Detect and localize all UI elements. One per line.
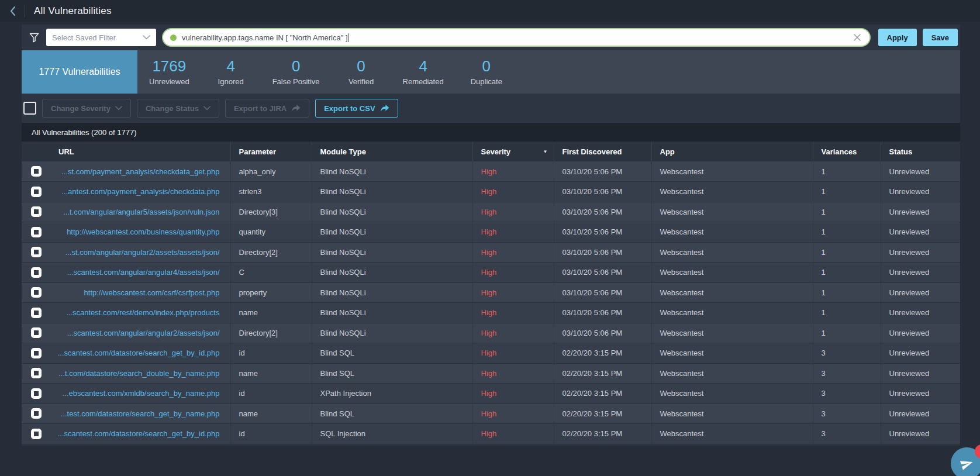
clear-filter-button[interactable]: [852, 32, 862, 43]
content-panel: Select Saved Filter vulnerability.app.ta…: [22, 25, 960, 446]
vulnerability-url-link[interactable]: ...scantest.com/rest/demo/index.php/prod…: [50, 303, 230, 323]
status-cell: Unreviewed: [881, 263, 960, 283]
row-checkbox[interactable]: [31, 368, 42, 378]
table-row[interactable]: ...t.com/datastore/search_double_by_name…: [22, 363, 960, 384]
row-checkbox[interactable]: [31, 267, 42, 278]
app-cell: Webscantest: [651, 282, 813, 303]
stat-unreviewed[interactable]: 1769 Unreviewed: [146, 58, 193, 86]
stat-ignored[interactable]: 4 Ignored: [213, 58, 249, 86]
row-checkbox[interactable]: [31, 308, 42, 318]
vulnerability-url-link[interactable]: ...test.com/datastore/search_get_by_name…: [50, 403, 230, 424]
first-discovered-cell: 03/10/20 5:06 PM: [554, 263, 651, 283]
stat-value: 0: [347, 58, 376, 74]
variances-cell: 1: [813, 242, 881, 263]
row-checkbox[interactable]: [31, 348, 42, 358]
table-row[interactable]: http://webscantest.com/business/quantity…: [22, 222, 960, 243]
row-checkbox[interactable]: [31, 166, 42, 177]
vulnerability-url-link[interactable]: ...t.com/datastore/search_double_by_name…: [50, 363, 230, 384]
save-button[interactable]: Save: [923, 29, 958, 46]
header-url[interactable]: URL: [50, 142, 230, 161]
module-type-cell: Blind NoSQLi: [312, 242, 472, 263]
row-checkbox[interactable]: [31, 206, 42, 217]
select-all-checkbox[interactable]: [23, 102, 36, 115]
status-cell: Unreviewed: [881, 303, 960, 323]
filter-query-input[interactable]: vulnerability.app.tags.name IN [ "North …: [162, 28, 871, 47]
vulnerability-url-link[interactable]: ...st.com/payment_analysis/checkdata_get…: [50, 161, 230, 182]
severity-cell: High: [472, 384, 554, 404]
change-severity-button[interactable]: Change Severity: [42, 99, 131, 118]
vulnerability-url-link[interactable]: http://webscantest.com/business/quantity…: [50, 222, 230, 243]
variances-cell: 1: [813, 182, 881, 202]
row-checkbox[interactable]: [31, 227, 42, 237]
table-row[interactable]: ...scantest.com/rest/demo/index.php/prod…: [22, 303, 960, 323]
header-module-type[interactable]: Module Type: [312, 142, 472, 161]
table-row[interactable]: ...scantest.com/angular/angular4/assets/…: [22, 263, 960, 283]
stat-duplicate[interactable]: 0 Duplicate: [467, 58, 506, 86]
export-to-jira-button[interactable]: Export to JIRA: [225, 99, 309, 118]
table-row[interactable]: ...scantest.com/angular/angular2/assets/…: [22, 323, 960, 343]
saved-filter-select[interactable]: Select Saved Filter: [46, 29, 156, 46]
vulnerability-url-link[interactable]: ...scantest.com/datastore/search_get_by_…: [50, 343, 230, 364]
header-app[interactable]: App: [651, 142, 813, 161]
stat-false-positive[interactable]: 0 False Positive: [269, 58, 323, 86]
chat-fab-button[interactable]: 1: [951, 447, 980, 476]
row-checkbox[interactable]: [31, 327, 42, 338]
stat-verified[interactable]: 0 Verified: [343, 58, 379, 86]
share-arrow-icon: [291, 104, 301, 112]
status-cell: Unreviewed: [881, 282, 960, 303]
vulnerability-url-link[interactable]: ...t.com/angular/angular5/assets/json/vu…: [50, 202, 230, 222]
variances-cell: 3: [813, 384, 881, 404]
stat-label: Duplicate: [471, 77, 502, 86]
status-cell: Unreviewed: [881, 161, 960, 182]
row-checkbox[interactable]: [31, 287, 42, 298]
first-discovered-cell: 02/20/20 3:15 PM: [554, 363, 651, 384]
back-button[interactable]: [7, 5, 19, 17]
row-checkbox[interactable]: [31, 187, 42, 197]
stat-label: Ignored: [216, 77, 246, 86]
status-cell: Unreviewed: [881, 384, 960, 404]
vulnerability-url-link[interactable]: ...scantest.com/datastore/search_get_by_…: [50, 424, 230, 444]
row-checkbox-cell: [22, 403, 50, 424]
table-row[interactable]: ...scantest.com/datastore/search_get_by_…: [22, 424, 960, 444]
parameter-cell: Directory[2]: [230, 242, 312, 263]
chevron-left-icon: [9, 6, 16, 16]
table-row[interactable]: http://webscantest.com/csrf/csrfpost.php…: [22, 282, 960, 303]
table-row[interactable]: ...scantest.com/datastore/search_get_by_…: [22, 343, 960, 364]
total-vulnerabilities-tab[interactable]: 1777 Vulnerabilities: [22, 50, 137, 94]
variances-cell: 1: [813, 202, 881, 222]
vulnerability-url-link[interactable]: ...st.com/angular/angular2/assets/assets…: [50, 242, 230, 263]
header-status[interactable]: Status: [881, 142, 960, 161]
parameter-cell: id: [230, 424, 312, 444]
table-row[interactable]: ...t.com/angular/angular5/assets/json/vu…: [22, 202, 960, 222]
header-severity[interactable]: Severity ▼: [472, 142, 554, 161]
row-checkbox[interactable]: [31, 388, 42, 399]
first-discovered-cell: 03/10/20 5:06 PM: [554, 182, 651, 202]
vulnerability-url-link[interactable]: ...scantest.com/angular/angular2/assets/…: [50, 323, 230, 343]
app-cell: Webscantest: [651, 303, 813, 323]
vulnerability-url-link[interactable]: http://webscantest.com/csrf/csrfpost.php: [50, 282, 230, 303]
table-row[interactable]: ...ebscantest.com/xmldb/search_by_name.p…: [22, 384, 960, 404]
stat-label: Remediated: [403, 77, 444, 86]
row-checkbox[interactable]: [31, 408, 42, 419]
table-row[interactable]: ...st.com/payment_analysis/checkdata_get…: [22, 161, 960, 182]
table-row[interactable]: ...test.com/datastore/search_get_by_name…: [22, 403, 960, 424]
parameter-cell: name: [230, 303, 312, 323]
row-checkbox[interactable]: [31, 247, 42, 257]
row-checkbox-cell: [22, 161, 50, 182]
header-first-discovered[interactable]: First Discovered: [554, 142, 651, 161]
module-type-cell: XPath Injection: [312, 384, 472, 404]
row-checkbox-cell: [22, 323, 50, 343]
header-variances[interactable]: Variances: [813, 142, 881, 161]
export-to-csv-button[interactable]: Export to CSV: [315, 99, 398, 118]
table-row[interactable]: ...st.com/angular/angular2/assets/assets…: [22, 242, 960, 263]
stat-remediated[interactable]: 4 Remediated: [399, 58, 447, 86]
header-parameter[interactable]: Parameter: [230, 142, 312, 161]
row-checkbox[interactable]: [31, 429, 42, 439]
apply-button[interactable]: Apply: [878, 29, 917, 46]
filter-funnel-icon[interactable]: [27, 30, 41, 44]
vulnerability-url-link[interactable]: ...scantest.com/angular/angular4/assets/…: [50, 263, 230, 283]
table-row[interactable]: ...antest.com/payment_analysis/checkdata…: [22, 182, 960, 202]
vulnerability-url-link[interactable]: ...antest.com/payment_analysis/checkdata…: [50, 182, 230, 202]
change-status-button[interactable]: Change Status: [137, 99, 219, 118]
vulnerability-url-link[interactable]: ...ebscantest.com/xmldb/search_by_name.p…: [50, 384, 230, 404]
